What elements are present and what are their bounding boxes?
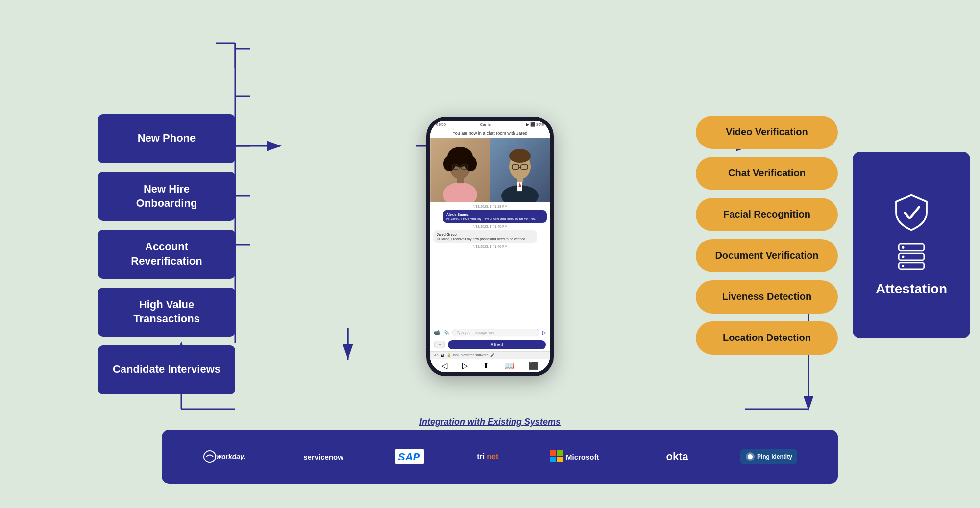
use-case-new-phone: New Phone [98,114,235,163]
chat-bubble-sent: Alexis Suarez Hi Jared, I received my ne… [443,210,547,223]
chat-timestamp-3: 4/13/2023, 1:41:46 PM [433,245,547,248]
server-icon [892,242,931,271]
phone-screen: 09:50 Carrier ▶ ⬛ 80% You are now in a c… [430,121,550,372]
integration-strip: workday. servicenow SAP trinet [162,430,838,484]
integration-logo-sap: SAP [395,448,425,465]
verification-document: Document Verification [696,239,838,272]
integration-logo-servicenow: servicenow [303,453,343,461]
main-diagram: New Phone New HireOnboarding AccountReve… [0,0,980,508]
svg-point-43 [902,255,904,258]
svg-point-45 [902,265,904,267]
back-button[interactable]: ← [434,341,445,348]
chat-timestamp-2: 4/13/2023, 1:41:40 PM [433,225,547,228]
message-input[interactable]: Type your message here [452,329,539,336]
use-case-candidate-interviews: Candidate Interviews [98,345,235,394]
use-case-high-value: High Value Transactions [98,288,235,337]
phone-attest-row: ← Attest [430,339,550,351]
integration-logo-ping: Ping Identity [740,449,797,464]
integration-logo-workday: workday. [202,449,251,464]
integration-label: Integration with Existing Systems [419,417,561,427]
phone-input-area: 📹 📎 Type your message here ▷ [430,326,550,339]
phone-mockup: 09:50 Carrier ▶ ⬛ 80% You are now in a c… [426,117,554,376]
svg-rect-50 [550,450,556,456]
phone-nav-bar: ◁ ▷ ⬆ 📖 ⬛ [430,359,550,372]
verification-location: Location Detection [696,321,838,354]
phone-browser-bar: Aa 📷 🔒 ion1.biometric.software 🎤 [430,351,550,359]
attestation-label: Attestation [876,281,947,297]
integration-logo-microsoft: Microsoft [550,450,614,463]
svg-text:Microsoft: Microsoft [566,453,599,461]
verification-facial: Facial Recognition [696,197,838,231]
integration-logo-trinet: trinet [477,452,498,461]
use-case-account-reverification: AccountReverification [98,230,235,279]
svg-text:SAP: SAP [398,451,420,463]
svg-text:workday.: workday. [216,453,245,460]
svg-rect-51 [557,450,563,456]
video-person-left [430,138,490,202]
phone-chat-header: You are now in a chat room with Jared [430,129,550,138]
phone-video-area [430,138,550,202]
svg-rect-52 [550,457,556,462]
attest-button[interactable]: Attest [448,340,546,349]
svg-point-36 [509,149,531,163]
use-case-new-hire: New HireOnboarding [98,172,235,221]
left-use-cases: New Phone New HireOnboarding AccountReve… [98,114,235,394]
right-verification-methods: Video Verification Chat Verification Fac… [696,115,838,354]
chat-bubble-received: Jared Greco Hi Jared, I received my new … [433,230,537,243]
verification-video: Video Verification [696,115,838,148]
integration-logo-okta: okta [666,450,688,463]
phone-status-bar: 09:50 Carrier ▶ ⬛ 80% [430,121,550,129]
chat-timestamp-1: 4/13/2023, 1:41:28 PM [433,205,547,208]
svg-point-46 [204,451,216,462]
phone-frame: 09:50 Carrier ▶ ⬛ 80% You are now in a c… [426,117,554,376]
person-right-avatar [490,138,550,202]
phone-chat-area: 4/13/2023, 1:41:28 PM Alexis Suarez Hi J… [430,202,550,326]
shield-icon [892,193,931,232]
attestation-box: Attestation [853,152,970,338]
video-person-right [490,138,550,202]
svg-point-56 [748,454,753,459]
svg-rect-53 [557,457,563,462]
person-left-avatar [430,138,490,202]
svg-point-41 [902,246,904,248]
verification-chat: Chat Verification [696,156,838,190]
verification-liveness: Liveness Detection [696,280,838,313]
